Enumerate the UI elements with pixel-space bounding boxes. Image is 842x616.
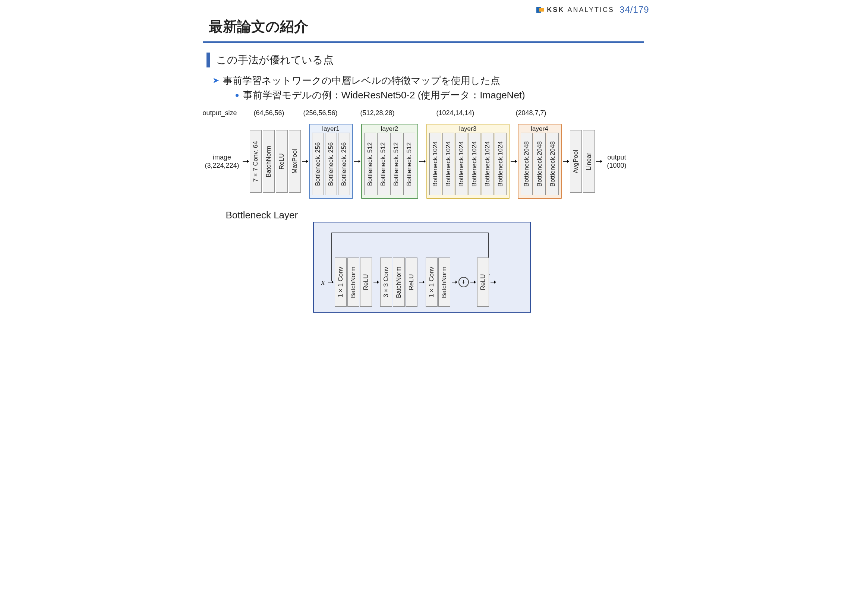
brand-logo: KSK ANALYTICS [535, 5, 614, 14]
stem-batchnorm: BatchNorm [263, 130, 275, 193]
size-stem: (64,56,56) [245, 109, 294, 117]
bullet-list: ➤ 事前学習ネットワークの中層レベルの特徴マップを使用した点 事前学習モデルの例… [213, 74, 660, 102]
brand-light: ANALYTICS [567, 6, 614, 13]
svg-marker-9 [424, 160, 425, 163]
brand-text: KSK ANALYTICS [547, 6, 614, 14]
tail-block: AvgPool Linear [570, 130, 595, 193]
section-bar [207, 53, 210, 67]
layer3-block: Bottleneck.1024 [494, 133, 506, 195]
add-icon: + [458, 277, 469, 287]
layer2-block: Bottleneck. 512 [403, 133, 415, 195]
bl-op: 3×3 Conv [380, 258, 392, 307]
stem-relu: ReLU [276, 130, 288, 193]
bl-op: BatchNorm [393, 258, 405, 307]
bl-post-relu: ReLU [477, 258, 489, 307]
output-size-label: output_size [203, 109, 245, 117]
layer4-group: layer4 Bottleneck.2048 Bottleneck.2048 B… [518, 124, 562, 199]
chevron-right-icon: ➤ [213, 74, 219, 87]
layer1-block: Bottleneck. 256 [338, 133, 350, 195]
svg-marker-7 [359, 160, 361, 163]
size-layer1: (256,56,56) [294, 109, 348, 117]
bottleneck-input: x [320, 278, 327, 287]
bullet-level2: 事前学習モデルの例：WideResNet50-2 (使用データ：ImageNet… [236, 89, 660, 102]
size-layer2: (512,28,28) [348, 109, 408, 117]
output-node: output (1000) [604, 153, 630, 170]
slide-header: KSK ANALYTICS 34/179 [183, 0, 660, 15]
arrow-icon [509, 159, 518, 164]
svg-marker-24 [455, 281, 457, 284]
page-counter: 34/179 [619, 4, 649, 15]
arrow-icon [562, 159, 570, 164]
arrow-icon [595, 159, 603, 164]
bl-op: BatchNorm [438, 258, 450, 307]
layer2-group: layer2 Bottleneck. 512 Bottleneck. 512 B… [361, 124, 418, 199]
output-label: output [604, 153, 630, 162]
bl-op: 1×1 Conv [335, 258, 347, 307]
bl-op: ReLU [360, 258, 372, 307]
layer3-block: Bottleneck.1024 [455, 133, 467, 195]
size-layer3: (1024,14,14) [408, 109, 503, 117]
output-shape: (1000) [604, 161, 630, 170]
layer3-block: Bottleneck.1024 [442, 133, 454, 195]
arrow-icon [327, 280, 334, 285]
arrow-icon [373, 280, 380, 285]
svg-marker-18 [332, 281, 334, 284]
layer3-label: layer3 [427, 125, 509, 133]
arrow-icon [490, 280, 496, 285]
layer2-block: Bottleneck. 512 [390, 133, 402, 195]
svg-marker-5 [307, 160, 308, 163]
svg-marker-1 [539, 8, 544, 12]
layer4-block: Bottleneck.2048 [534, 133, 546, 195]
layer2-block: Bottleneck. 512 [377, 133, 389, 195]
bottleneck-panel: x 1×1 Conv BatchNorm ReLU 3×3 Conv Batch… [313, 222, 531, 312]
layer3-block: Bottleneck.1024 [481, 133, 493, 195]
input-node: image (3,224,224) [203, 153, 242, 170]
bl-op: BatchNorm [348, 258, 359, 307]
slide-title: 最新論文の紹介 [183, 15, 660, 40]
svg-marker-13 [567, 160, 569, 163]
layer3-block: Bottleneck.1024 [429, 133, 441, 195]
arrow-icon [469, 280, 476, 285]
layer4-block: Bottleneck.2048 [521, 133, 532, 195]
layer1-block: Bottleneck. 256 [325, 133, 337, 195]
output-size-row: output_size (64,56,56) (256,56,56) (512,… [203, 109, 654, 117]
title-rule [203, 41, 644, 43]
bottleneck-title: Bottleneck Layer [226, 210, 660, 221]
stem-conv: 7×7 Conv. 64 [250, 130, 262, 193]
bottleneck-row: x 1×1 Conv BatchNorm ReLU 3×3 Conv Batch… [320, 258, 496, 307]
bl-op: 1×1 Conv [425, 258, 437, 307]
bl-op: ReLU [406, 258, 418, 307]
svg-marker-15 [600, 160, 602, 163]
svg-marker-26 [474, 281, 476, 284]
stem-maxpool: MaxPool [289, 130, 301, 193]
input-shape: (3,224,224) [203, 161, 242, 170]
network-row: image (3,224,224) 7×7 Conv. 64 BatchNorm… [203, 124, 654, 199]
arrow-icon [418, 280, 425, 285]
section-title: この手法が優れている点 [216, 53, 334, 67]
layer2-label: layer2 [362, 125, 418, 133]
input-label: image [203, 153, 242, 162]
svg-marker-11 [515, 160, 517, 163]
bullet2-text: 事前学習モデルの例：WideResNet50-2 (使用データ：ImageNet… [243, 89, 525, 102]
bullet1-text: 事前学習ネットワークの中層レベルの特徴マップを使用した点 [223, 74, 500, 87]
arrow-icon [301, 159, 309, 164]
svg-marker-28 [494, 281, 496, 284]
svg-marker-22 [422, 281, 424, 284]
layer2-block: Bottleneck. 512 [364, 133, 376, 195]
network-diagram: output_size (64,56,56) (256,56,56) (512,… [203, 109, 654, 199]
layer1-group: layer1 Bottleneck. 256 Bottleneck. 256 B… [309, 124, 353, 199]
arrow-icon [451, 280, 458, 285]
arrow-icon [353, 159, 361, 164]
layer3-group: layer3 Bottleneck.1024 Bottleneck.1024 B… [426, 124, 509, 199]
arrow-icon [418, 159, 426, 164]
linear-block: Linear [583, 130, 595, 193]
stem-block: 7×7 Conv. 64 BatchNorm ReLU MaxPool [250, 130, 301, 193]
size-layer4: (2048,7,7) [503, 109, 559, 117]
layer4-label: layer4 [518, 125, 561, 133]
brand-bold: KSK [547, 6, 564, 13]
logo-icon [535, 5, 544, 14]
arrow-icon [242, 159, 250, 164]
layer3-block: Bottleneck.1024 [468, 133, 480, 195]
bullet-level1: ➤ 事前学習ネットワークの中層レベルの特徴マップを使用した点 [213, 74, 660, 87]
layer1-label: layer1 [310, 125, 352, 133]
